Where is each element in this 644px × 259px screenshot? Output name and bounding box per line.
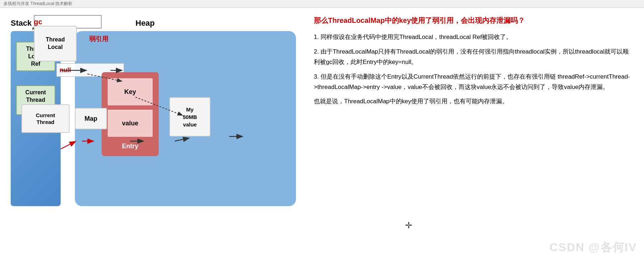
question-heading: 那么ThreadLocalMap中的key使用了弱引用，会出现内存泄漏吗？ xyxy=(314,15,633,26)
right-panel: 那么ThreadLocalMap中的key使用了弱引用，会出现内存泄漏吗？ 1.… xyxy=(307,8,644,259)
entry-label: Entry xyxy=(107,140,153,153)
answer-1: 1. 同样假设在业务代码中使用完ThreadLocal，threadLocal … xyxy=(314,32,633,43)
current-thread-box: CurrentThread xyxy=(21,104,70,133)
map-label: Map xyxy=(85,115,97,123)
key-label: Key xyxy=(124,88,136,96)
crosshair-icon: ✛ xyxy=(405,220,412,230)
svg-line-3 xyxy=(61,142,75,149)
answer-3: 3. 但是在没有手动删除这个Entry以及CurrentThread依然运行的前… xyxy=(314,72,633,93)
stack-label: Stack xyxy=(11,19,32,28)
gc-label: gc xyxy=(34,18,42,26)
answer-4: 也就是说，ThreadLocalMap中的key使用了弱引用，也有可能内存泄漏。 xyxy=(314,96,633,107)
answer-2: 2. 由于ThreadLocalMap只持有ThreadLocal的弱引用，没有… xyxy=(314,47,633,68)
value-label: value xyxy=(122,120,138,127)
map-box: Map xyxy=(75,108,107,129)
weak-ref-label: 弱引用 xyxy=(89,35,108,43)
entry-value-box: value xyxy=(107,109,153,138)
watermark: CSDN @各何IV xyxy=(550,240,637,255)
null-label: null xyxy=(60,66,71,74)
heap-label: Heap xyxy=(136,19,155,28)
answer-block: 1. 同样假设在业务代码中使用完ThreadLocal，threadLocal … xyxy=(314,32,633,111)
entry-outer: Key value Entry xyxy=(102,72,159,156)
main-content: ↖ Stack Heap ThreadLocalRef CurrentThrea… xyxy=(0,8,644,259)
left-panel: ↖ Stack Heap ThreadLocalRef CurrentThrea… xyxy=(0,8,307,259)
my-value-box: My50MBvalue xyxy=(169,97,210,136)
thread-local-box: ThreadLocal xyxy=(34,26,77,61)
top-bar-text: 多线程与并发 ThreadLocal 技术解析 xyxy=(4,1,72,7)
entry-key-box: Key xyxy=(107,78,153,106)
top-bar: 多线程与并发 ThreadLocal 技术解析 xyxy=(0,0,644,8)
